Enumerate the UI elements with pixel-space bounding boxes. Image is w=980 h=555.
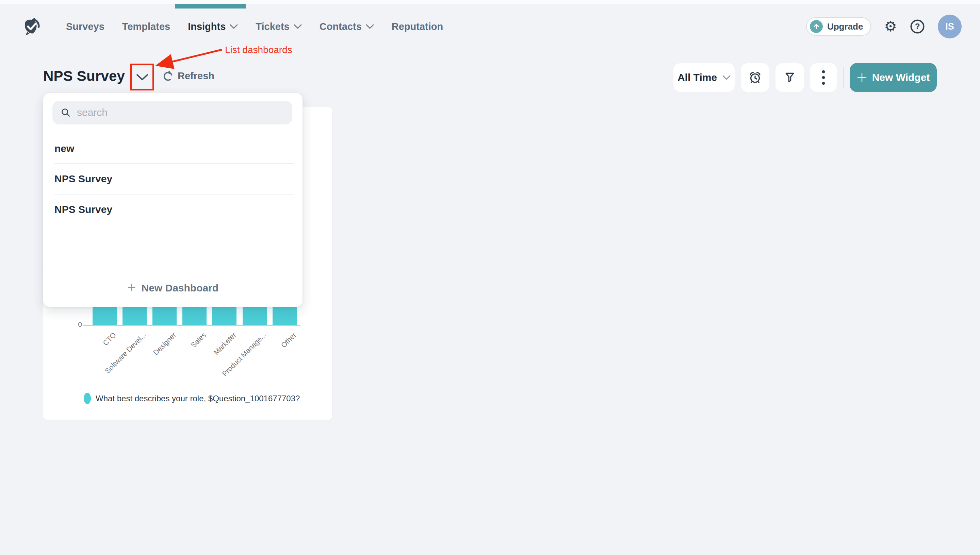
- upgrade-button[interactable]: Upgrade: [806, 18, 871, 36]
- annotation-label: List dashboards: [225, 45, 292, 55]
- settings-gear-icon[interactable]: ⚙: [884, 19, 897, 34]
- dashboard-item-label: NPS Survey: [55, 204, 112, 215]
- navbar-right: Upgrade ⚙ ? IS: [806, 4, 962, 49]
- plus-icon: +: [127, 280, 136, 295]
- legend-marker-icon: [84, 393, 91, 404]
- dashboard-toolbar: All Time New Widget: [673, 63, 937, 92]
- dashboard-list-item[interactable]: NPS Survey: [43, 194, 302, 225]
- nav-label: Insights: [188, 21, 226, 32]
- refresh-button[interactable]: Refresh: [162, 70, 214, 82]
- time-range-select[interactable]: All Time: [673, 63, 735, 92]
- nav-items: Surveys Templates Insights Tickets Conta…: [66, 21, 443, 32]
- title-divider: [152, 70, 153, 86]
- time-range-value: All Time: [678, 72, 717, 83]
- chevron-down-icon: [366, 24, 374, 29]
- top-navbar: Surveys Templates Insights Tickets Conta…: [0, 4, 980, 49]
- page-title: NPS Survey: [43, 68, 125, 84]
- app-logo-icon[interactable]: [22, 17, 42, 36]
- nav-label: Contacts: [320, 21, 362, 32]
- chevron-down-icon: [294, 24, 302, 29]
- x-axis-label: Other: [280, 331, 298, 349]
- nav-label: Reputation: [392, 21, 443, 32]
- nav-item-templates[interactable]: Templates: [122, 21, 170, 32]
- dashboard-list-item[interactable]: NPS Survey: [43, 164, 302, 194]
- nav-label: Tickets: [255, 21, 289, 32]
- new-widget-button[interactable]: New Widget: [850, 63, 937, 92]
- x-axis-label: Designer: [152, 331, 178, 357]
- help-icon[interactable]: ?: [910, 19, 925, 34]
- legend-label: What best describes your role, $Question…: [96, 394, 300, 403]
- avatar[interactable]: IS: [938, 14, 962, 38]
- new-dashboard-button[interactable]: + New Dashboard: [43, 269, 302, 307]
- chevron-down-icon: [230, 24, 238, 29]
- refresh-label: Refresh: [178, 71, 214, 82]
- nav-item-surveys[interactable]: Surveys: [66, 21, 104, 32]
- search-icon: [61, 107, 71, 118]
- refresh-icon: [162, 70, 174, 82]
- x-axis-label: Sales: [189, 331, 207, 349]
- dashboard-item-label: new: [55, 143, 74, 154]
- x-axis-label: Marketer: [212, 331, 238, 357]
- filter-funnel-icon: [783, 71, 796, 84]
- alarm-clock-icon: [748, 71, 762, 84]
- x-axis-label: CTO: [101, 331, 118, 347]
- kebab-menu-icon: [821, 70, 826, 85]
- schedule-report-button[interactable]: [741, 63, 770, 92]
- nav-item-tickets[interactable]: Tickets: [255, 21, 302, 32]
- nav-item-contacts[interactable]: Contacts: [320, 21, 374, 32]
- plus-icon: [857, 72, 867, 83]
- y-axis-tick: 0: [71, 320, 82, 329]
- upgrade-label: Upgrade: [827, 21, 863, 32]
- nav-item-insights[interactable]: Insights: [188, 21, 238, 32]
- dashboard-list-item[interactable]: new: [43, 134, 302, 164]
- chevron-down-icon: [136, 74, 149, 81]
- new-widget-label: New Widget: [872, 72, 930, 83]
- window-top-strip: [0, 0, 980, 4]
- toolbar-divider: [843, 67, 843, 88]
- nav-item-reputation[interactable]: Reputation: [392, 21, 443, 32]
- dashboard-dropdown-toggle[interactable]: [134, 70, 150, 85]
- new-dashboard-label: New Dashboard: [141, 282, 218, 294]
- more-options-button[interactable]: [810, 63, 837, 92]
- search-input[interactable]: [77, 107, 284, 118]
- svg-text:?: ?: [915, 22, 920, 31]
- dashboards-dropdown-panel: new NPS Survey NPS Survey + New Dashboar…: [43, 93, 302, 307]
- chevron-down-icon: [722, 75, 731, 80]
- filter-button[interactable]: [776, 63, 804, 92]
- nav-label: Templates: [122, 21, 170, 32]
- x-axis-line: [84, 325, 300, 326]
- dashboard-search: [52, 101, 292, 125]
- upgrade-arrow-icon: [810, 20, 823, 33]
- nav-label: Surveys: [66, 21, 104, 32]
- legend-item[interactable]: What best describes your role, $Question…: [84, 393, 300, 404]
- dashboard-item-label: NPS Survey: [55, 173, 112, 184]
